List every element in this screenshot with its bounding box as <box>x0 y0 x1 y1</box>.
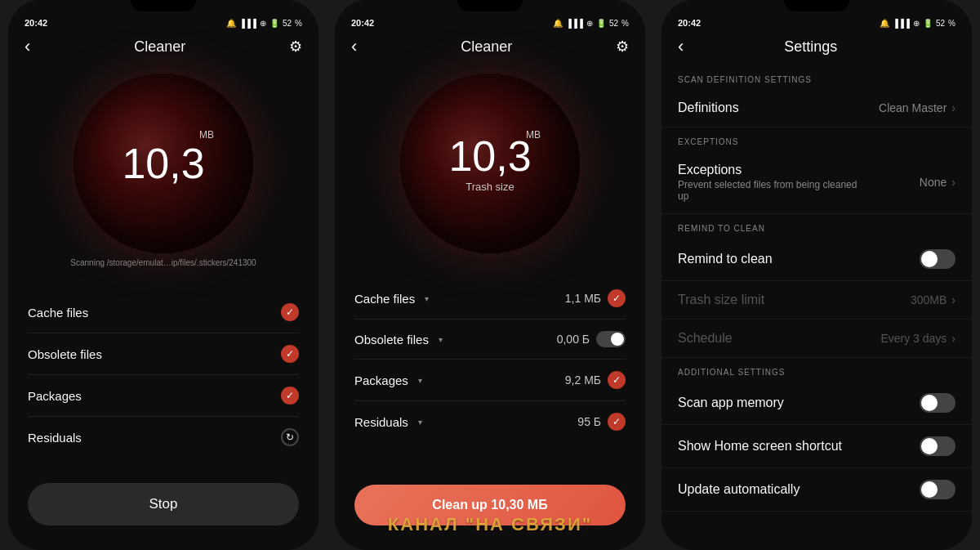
circle-area-2: 10,3 MB Trash size <box>335 65 645 262</box>
definitions-value: Clean Master <box>879 101 947 114</box>
status-bar-3: 20:42 🔔 ▐▐▐ ⊕ 🔋 52% <box>662 11 972 31</box>
battery-icon-1: 🔋 <box>270 19 279 28</box>
settings-title-schedule: Schedule <box>678 331 733 346</box>
settings-title-update-auto: Update automatically <box>678 482 800 497</box>
file-list-2: Cache files ▾ 1,1 МБ ✓ Obsolete files ▾ … <box>335 262 645 476</box>
stop-button[interactable]: Stop <box>28 483 299 525</box>
circle-label-2: Trash size <box>466 181 514 193</box>
toggle-home-shortcut[interactable] <box>920 436 956 456</box>
section-label-exceptions: EXCEPTIONS <box>662 127 972 151</box>
settings-item-update-auto[interactable]: Update automatically <box>662 468 972 512</box>
battery-pct-3: 52 <box>936 19 945 28</box>
trash-limit-value: 300MB <box>911 293 947 306</box>
header-3: ‹ Settings <box>662 31 972 65</box>
scan-path-1: Scanning /storage/emulat…ip/files/.stick… <box>54 253 272 267</box>
wifi-icon-1: ⊕ <box>260 19 266 28</box>
dropdown-obsolete-2[interactable]: ▾ <box>439 335 443 344</box>
toggle-knob-home <box>921 438 938 454</box>
toggle-cache-2[interactable]: ✓ <box>608 289 626 307</box>
settings-item-exceptions[interactable]: Exceptions Prevent selected files from b… <box>662 151 972 214</box>
toggle-scan-memory[interactable] <box>920 393 956 413</box>
notch-1 <box>131 0 196 11</box>
time-3: 20:42 <box>678 18 701 28</box>
circle-unit-1: MB <box>199 129 214 141</box>
chevron-trash-limit: › <box>951 293 956 306</box>
chevron-exceptions: › <box>951 176 956 189</box>
section-label-scan: SCAN DEFINITION SETTINGS <box>662 65 972 89</box>
big-circle-1: 10,3 MB <box>74 74 253 253</box>
file-item-cache-2[interactable]: Cache files ▾ 1,1 МБ ✓ <box>354 278 626 320</box>
status-icons-1: 🔔 ▐▐▐ ⊕ 🔋 52% <box>226 19 302 28</box>
settings-item-scan-memory[interactable]: Scan app memory <box>662 382 972 425</box>
file-item-packages-2[interactable]: Packages ▾ 9,2 МБ ✓ <box>354 360 626 401</box>
check-residuals-1: ↻ <box>281 428 299 446</box>
battery-icon-3: 🔋 <box>923 19 933 28</box>
circle-area-1: 10,3 MB Scanning /storage/emulat…ip/file… <box>8 65 318 275</box>
header-2: ‹ Cleaner ⚙ <box>335 31 645 65</box>
battery-pct-1: 52 <box>283 19 292 28</box>
clean-button[interactable]: Clean up 10,30 МБ <box>354 485 626 525</box>
dropdown-packages-2[interactable]: ▾ <box>418 376 422 385</box>
file-name-residuals-2: Residuals <box>354 415 408 429</box>
alarm-icon-1: 🔔 <box>226 19 236 28</box>
toggle-packages-2[interactable]: ✓ <box>608 371 626 389</box>
chevron-definitions: › <box>951 101 956 114</box>
file-size-obsolete-2: 0,00 Б <box>557 333 590 346</box>
settings-title-definitions: Definitions <box>678 101 739 115</box>
settings-icon-1[interactable]: ⚙ <box>289 38 302 56</box>
file-list-1: Cache files ✓ Obsolete files ✓ Packages … <box>8 275 318 475</box>
back-button-3[interactable]: ‹ <box>678 38 684 56</box>
file-name-residuals-1: Residuals <box>28 431 82 445</box>
settings-title-remind: Remind to clean <box>678 252 773 266</box>
settings-title-scan-memory: Scan app memory <box>678 396 784 410</box>
file-name-cache-2: Cache files <box>354 292 415 306</box>
circle-number-2: 10,3 <box>448 135 531 177</box>
file-size-packages-2: 9,2 МБ <box>565 373 601 387</box>
check-packages-1: ✓ <box>281 387 299 405</box>
settings-title-trash-limit: Trash size limit <box>678 293 764 307</box>
bottom-area-1: Stop <box>8 475 318 550</box>
toggle-residuals-2[interactable]: ✓ <box>608 413 626 431</box>
settings-title-exceptions: Exceptions <box>678 163 858 177</box>
file-item-residuals-2[interactable]: Residuals ▾ 95 Б ✓ <box>354 401 626 442</box>
header-title-1: Cleaner <box>30 38 289 56</box>
file-item-cache-left-2: Cache files ▾ <box>354 292 429 306</box>
header-1: ‹ Cleaner ⚙ <box>8 31 318 65</box>
back-button-1[interactable]: ‹ <box>24 38 30 56</box>
toggle-update-auto[interactable] <box>920 480 956 499</box>
settings-item-schedule[interactable]: Schedule Every 3 days › <box>662 320 972 358</box>
battery-pct-2: 52 <box>609 19 618 28</box>
signal-icon-1: ▐▐▐ <box>239 19 256 28</box>
dropdown-residuals-2[interactable]: ▾ <box>418 418 422 427</box>
toggle-knob-scan <box>921 395 938 411</box>
toggle-knob-update <box>921 481 938 498</box>
time-1: 20:42 <box>24 18 47 28</box>
file-size-cache-2: 1,1 МБ <box>565 292 601 305</box>
alarm-icon-2: 🔔 <box>553 19 563 28</box>
file-item-obsolete-left-2: Obsolete files ▾ <box>354 333 443 347</box>
phone-3: 20:42 🔔 ▐▐▐ ⊕ 🔋 52% ‹ Settings SCAN DEFI… <box>662 0 972 550</box>
settings-item-remind[interactable]: Remind to clean <box>662 238 972 281</box>
signal-icon-3: ▐▐▐ <box>893 19 910 28</box>
file-item-cache-1[interactable]: Cache files ✓ <box>28 292 299 333</box>
file-item-obsolete-1[interactable]: Obsolete files ✓ <box>28 333 299 375</box>
file-item-residuals-1[interactable]: Residuals ↻ <box>28 417 299 458</box>
toggle-remind[interactable] <box>920 249 956 269</box>
settings-title-home-shortcut: Show Home screen shortcut <box>678 439 842 454</box>
back-button-2[interactable]: ‹ <box>351 38 357 56</box>
bottom-area-2: Clean up 10,30 МБ <box>335 476 645 550</box>
toggle-obsolete-2[interactable] <box>596 331 626 347</box>
file-item-packages-left-2: Packages ▾ <box>354 373 422 387</box>
file-item-packages-1[interactable]: Packages ✓ <box>28 375 299 417</box>
alarm-icon-3: 🔔 <box>880 19 889 28</box>
time-2: 20:42 <box>351 18 374 28</box>
schedule-value: Every 3 days <box>880 332 947 345</box>
file-name-cache-1: Cache files <box>28 306 88 320</box>
wifi-icon-3: ⊕ <box>913 19 920 28</box>
settings-item-trash-limit[interactable]: Trash size limit 300MB › <box>662 281 972 320</box>
settings-item-home-shortcut[interactable]: Show Home screen shortcut <box>662 425 972 468</box>
file-item-obsolete-2[interactable]: Obsolete files ▾ 0,00 Б <box>354 320 626 360</box>
settings-icon-2[interactable]: ⚙ <box>616 38 629 56</box>
settings-item-definitions[interactable]: Definitions Clean Master › <box>662 89 972 127</box>
dropdown-cache-2[interactable]: ▾ <box>425 294 429 303</box>
